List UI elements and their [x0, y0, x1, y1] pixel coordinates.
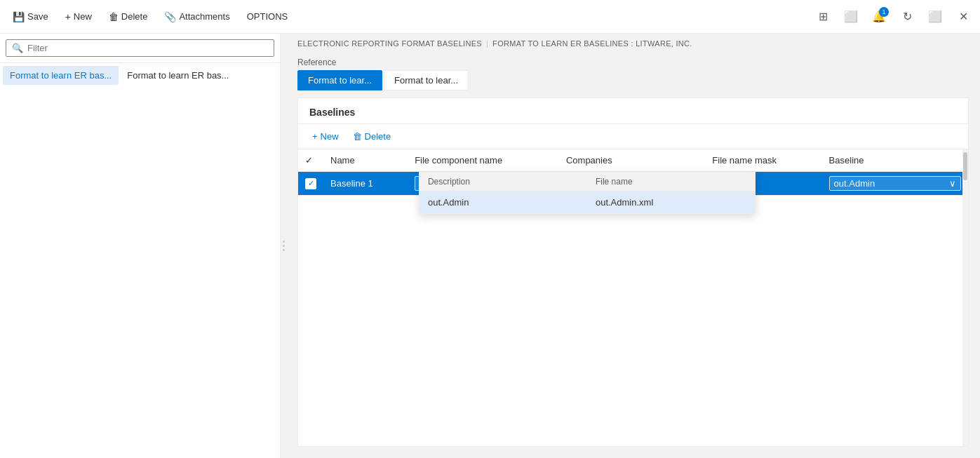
table-wrapper: ✓ Name File component name Companies: [298, 149, 968, 446]
row-check-cell: ✓: [298, 172, 323, 196]
filter-input[interactable]: [27, 43, 268, 53]
office-icon[interactable]: ⬜: [840, 6, 862, 28]
delete-icon: 🗑: [109, 11, 119, 22]
col-file-component: File component name: [408, 149, 559, 172]
col-baseline: Baseline: [822, 149, 968, 172]
list-items: Format to learn ER bas... Format to lear…: [0, 63, 280, 88]
attachments-button[interactable]: 📎 Attachments: [157, 7, 236, 27]
reference-tabs: Format to lear... Format to lear...: [297, 70, 969, 90]
notification-badge: 1: [879, 7, 889, 17]
add-icon: +: [65, 11, 71, 22]
popup-description: out.Admin: [419, 191, 587, 213]
baselines-add-icon: +: [312, 131, 318, 142]
grid-icon[interactable]: ⊞: [812, 6, 834, 28]
table-header-row: ✓ Name File component name Companies: [298, 149, 968, 172]
options-button[interactable]: OPTIONS: [240, 7, 295, 26]
left-panel: 🔍 Format to learn ER bas... Format to le…: [0, 34, 281, 458]
baselines-delete-button[interactable]: 🗑 Delete: [347, 128, 397, 144]
baseline-dropdown[interactable]: out.Admin ∨: [829, 176, 961, 191]
attachment-icon: 📎: [164, 11, 176, 22]
breadcrumb: ELECTRONIC REPORTING FORMAT BASELINES | …: [286, 34, 980, 53]
list-item[interactable]: Format to learn ER bas...: [120, 66, 236, 85]
reference-label: Reference: [297, 58, 969, 67]
refresh-icon[interactable]: ↻: [896, 6, 918, 28]
reference-section: Reference Format to lear... Format to le…: [286, 53, 980, 97]
baselines-title: Baselines: [298, 98, 968, 124]
row-checkmark: ✓: [305, 178, 316, 189]
notification-icon[interactable]: 🔔 1: [868, 6, 890, 28]
popup-col2-header: File name: [587, 173, 755, 191]
row-baseline-cell[interactable]: out.Admin ∨: [822, 172, 968, 196]
baselines-toolbar: + New 🗑 Delete: [298, 124, 968, 149]
baselines-delete-icon: 🗑: [353, 131, 362, 142]
list-item[interactable]: Format to learn ER bas...: [3, 66, 119, 85]
popup-filename: out.Admin.xml: [587, 191, 755, 213]
new-button[interactable]: + New: [58, 7, 99, 27]
col-check: ✓: [298, 149, 323, 172]
popup-col1-header: Description: [419, 173, 587, 191]
delete-button[interactable]: 🗑 Delete: [102, 7, 155, 27]
row-companies-cell[interactable]: ∨ Description File name out.Admi: [559, 172, 705, 196]
resizer-dots: [283, 241, 285, 251]
col-name: Name: [323, 149, 408, 172]
toolbar-right: ⊞ ⬜ 🔔 1 ↻ ⬜ ✕: [812, 6, 974, 28]
filter-box: 🔍: [0, 34, 280, 63]
close-icon[interactable]: ✕: [952, 6, 974, 28]
popup-header: Description File name: [419, 173, 755, 191]
search-icon: 🔍: [12, 43, 23, 53]
companies-dropdown-popup: Description File name out.Admin out.Admi…: [419, 172, 756, 214]
dropdown-chevron-icon: ∨: [949, 178, 956, 189]
scrollbar-track[interactable]: [962, 149, 968, 446]
filter-input-wrapper: 🔍: [6, 39, 274, 57]
reference-tab-1[interactable]: Format to lear...: [297, 70, 382, 90]
main-layout: 🔍 Format to learn ER bas... Format to le…: [0, 34, 980, 458]
toolbar: 💾 Save + New 🗑 Delete 📎 Attachments OPTI…: [0, 0, 980, 34]
right-panel: ELECTRONIC REPORTING FORMAT BASELINES | …: [286, 34, 980, 458]
scrollbar-thumb[interactable]: [963, 152, 967, 180]
table-row[interactable]: ✓ Baseline 1 Output ∨: [298, 172, 968, 196]
popup-row[interactable]: out.Admin out.Admin.xml: [419, 191, 755, 213]
reference-tab-2[interactable]: Format to lear...: [384, 70, 469, 90]
maximize-icon[interactable]: ⬜: [924, 6, 946, 28]
save-button[interactable]: 💾 Save: [6, 7, 55, 27]
baselines-table: ✓ Name File component name Companies: [298, 149, 968, 196]
baselines-new-button[interactable]: + New: [307, 128, 344, 144]
col-companies: Companies: [559, 149, 705, 172]
row-name-cell: Baseline 1: [323, 172, 408, 196]
panel-resizer[interactable]: [281, 34, 286, 458]
baselines-card: Baselines + New 🗑 Delete: [297, 97, 969, 447]
col-file-name-mask: File name mask: [705, 149, 821, 172]
save-icon: 💾: [13, 11, 25, 22]
